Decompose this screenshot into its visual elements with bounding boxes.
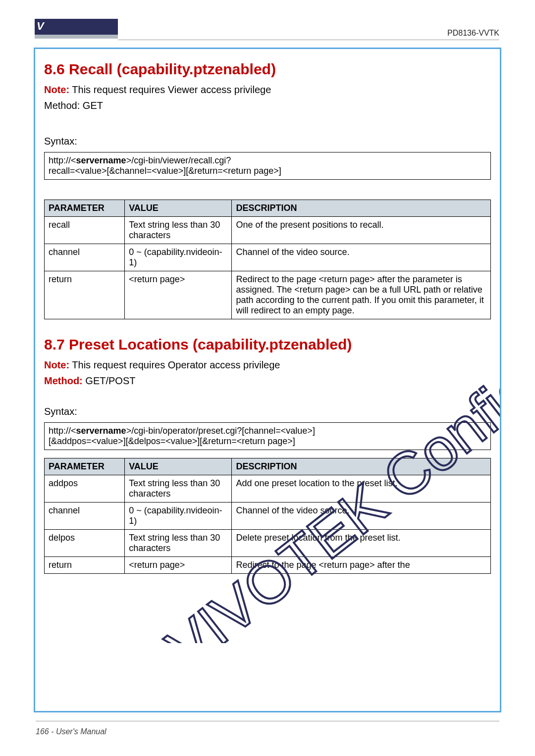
syntax-86-line2: recall=<value>[&channel=<value>][&return… xyxy=(49,166,281,176)
method-87-value: GET/POST xyxy=(83,375,136,386)
cell: delpos xyxy=(45,530,125,557)
cell: Text string less than 30 characters xyxy=(125,530,232,557)
cell: <return page> xyxy=(125,557,232,574)
cell: Delete preset location from the preset l… xyxy=(232,530,491,557)
col-parameter: PARAMETER xyxy=(45,200,125,217)
spacer xyxy=(44,450,491,455)
cell: return xyxy=(45,557,125,574)
method-87: Method: GET/POST xyxy=(44,373,491,389)
syntax-86-label: Syntax: xyxy=(44,133,491,149)
table-87: PARAMETER VALUE DESCRIPTION addpos Text … xyxy=(44,458,491,574)
syntax-87-prefix: http://< xyxy=(49,426,76,436)
spacer xyxy=(44,113,491,133)
table-row: return <return page> Redirect to the pag… xyxy=(45,271,491,319)
cell: Channel of the video source. xyxy=(232,503,491,530)
col-parameter: PARAMETER xyxy=(45,458,125,475)
cell: <return page> xyxy=(125,271,232,319)
syntax-86-suffix: >/cgi-bin/viewer/recall.cgi? xyxy=(126,155,231,165)
note-86: Note: This request requires Viewer acces… xyxy=(44,82,491,98)
cell: Add one preset location to the preset li… xyxy=(232,475,491,503)
cell: Redirect to the page <return page> after… xyxy=(232,271,491,319)
cell: channel xyxy=(45,244,125,271)
cell: 0 ~ (capability.nvideoin-1) xyxy=(125,503,232,530)
syntax-86-servername: servername xyxy=(76,155,126,165)
cell: addpos xyxy=(45,475,125,503)
cell: Redirect to the page <return page> after… xyxy=(232,557,491,574)
col-description: DESCRIPTION xyxy=(232,458,491,475)
syntax-86-box: http://<servername>/cgi-bin/viewer/recal… xyxy=(44,152,491,180)
table-row: return <return page> Redirect to the pag… xyxy=(45,557,491,574)
cell: recall xyxy=(45,217,125,244)
logo-bar: V xyxy=(35,19,118,35)
spacer xyxy=(44,319,491,333)
syntax-86-prefix: http://< xyxy=(49,155,76,165)
table-86: PARAMETER VALUE DESCRIPTION recall Text … xyxy=(44,200,491,319)
model-code: PD8136-VVTK xyxy=(447,29,499,38)
header-rule xyxy=(118,40,499,40)
note-87: Note: This request requires Operator acc… xyxy=(44,357,491,373)
syntax-87-label: Syntax: xyxy=(44,403,491,419)
table-row: delpos Text string less than 30 characte… xyxy=(45,530,491,557)
col-value: VALUE xyxy=(125,458,232,475)
table-header-row: PARAMETER VALUE DESCRIPTION xyxy=(45,458,491,475)
note-86-text: This request requires Viewer access priv… xyxy=(69,84,271,95)
cell: return xyxy=(45,271,125,319)
col-description: DESCRIPTION xyxy=(232,200,491,217)
method-86: Method: GET xyxy=(44,98,491,113)
table-row: addpos Text string less than 30 characte… xyxy=(45,475,491,503)
table-row: channel 0 ~ (capability.nvideoin-1) Chan… xyxy=(45,244,491,271)
spacer xyxy=(44,180,491,197)
col-value: VALUE xyxy=(125,200,232,217)
cell: Text string less than 30 characters xyxy=(125,217,232,244)
spacer xyxy=(44,389,491,403)
cell: channel xyxy=(45,503,125,530)
method-label: Method: xyxy=(44,373,83,389)
syntax-87-line2: [&addpos=<value>][&delpos=<value>][&retu… xyxy=(49,436,295,446)
note-label: Note: xyxy=(44,82,69,98)
syntax-87-suffix: >/cgi-bin/operator/preset.cgi?[channel=<… xyxy=(126,426,315,436)
note-label: Note: xyxy=(44,357,69,373)
note-87-text: This request requires Operator access pr… xyxy=(69,359,280,370)
syntax-87-servername: servername xyxy=(76,426,126,436)
syntax-87-box: http://<servername>/cgi-bin/operator/pre… xyxy=(44,422,491,450)
footer-rule xyxy=(36,721,499,721)
footer-text: 166 - User's Manual xyxy=(36,727,107,736)
logo-v: V xyxy=(37,20,44,33)
logo-underline xyxy=(35,35,118,39)
table-row: recall Text string less than 30 characte… xyxy=(45,217,491,244)
table-row: channel 0 ~ (capability.nvideoin-1) Chan… xyxy=(45,503,491,530)
section-87-title: 8.7 Preset Locations (capability.ptzenab… xyxy=(44,336,491,353)
cell: One of the present positions to recall. xyxy=(232,217,491,244)
section-86-title: 8.6 Recall (capability.ptzenabled) xyxy=(44,61,491,78)
table-header-row: PARAMETER VALUE DESCRIPTION xyxy=(45,200,491,217)
cell: 0 ~ (capability.nvideoin-1) xyxy=(125,244,232,271)
cell: Channel of the video source. xyxy=(232,244,491,271)
cell: Text string less than 30 characters xyxy=(125,475,232,503)
document-frame: VIVOTEK Confidential 8.6 Recall (capabil… xyxy=(34,48,501,712)
